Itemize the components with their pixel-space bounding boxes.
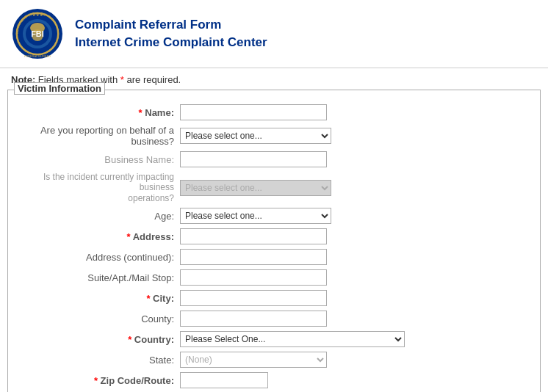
business-reporting-select[interactable]: Please select one... Yes No xyxy=(180,128,331,144)
age-label: Age: xyxy=(15,206,177,226)
business-reporting-row: Are you reporting on behalf of a busines… xyxy=(15,123,533,149)
country-label: * Country: xyxy=(15,329,177,349)
name-input[interactable] xyxy=(180,104,327,120)
address-continued-label: Address (continued): xyxy=(15,247,177,267)
business-reporting-label: Are you reporting on behalf of a busines… xyxy=(15,123,177,149)
address-input[interactable] xyxy=(180,228,327,244)
fbi-logo: ★ ★ ★ FEDERAL BUREAU FBI DEPARTMENT OF J… xyxy=(11,7,64,60)
county-row: County: xyxy=(15,308,533,329)
zip-row: * Zip Code/Route: xyxy=(15,370,533,391)
city-input[interactable] xyxy=(180,290,327,306)
suite-input[interactable] xyxy=(180,269,327,286)
svg-text:FEDERAL BUREAU: FEDERAL BUREAU xyxy=(24,54,51,58)
age-select[interactable]: Please select one... Under 20 20-29 30-3… xyxy=(180,208,331,224)
victim-information-section: Victim Information * Name: Are you repor… xyxy=(7,90,541,392)
business-impacting-label: Is the incident currently impacting busi… xyxy=(15,170,177,206)
address-label: * Address: xyxy=(15,226,177,247)
address-continued-row: Address (continued): xyxy=(15,247,533,267)
age-row: Age: Please select one... Under 20 20-29… xyxy=(15,206,533,226)
zip-label: * Zip Code/Route: xyxy=(15,370,177,391)
county-input[interactable] xyxy=(180,311,327,327)
country-select[interactable]: Please Select One... United States Canad… xyxy=(180,331,405,347)
required-star-note: * xyxy=(120,74,124,85)
business-name-row: Business Name: xyxy=(15,149,533,170)
suite-label: Suite/Apt./Mail Stop: xyxy=(15,267,177,288)
state-label: State: xyxy=(15,349,177,370)
county-label: County: xyxy=(15,308,177,329)
name-row: * Name: xyxy=(15,102,533,123)
victim-legend: Victim Information xyxy=(14,82,105,95)
address-row: * Address: xyxy=(15,226,533,247)
country-row: * Country: Please Select One... United S… xyxy=(15,329,533,349)
page-header: ★ ★ ★ FEDERAL BUREAU FBI DEPARTMENT OF J… xyxy=(0,0,548,68)
business-name-label: Business Name: xyxy=(15,149,177,170)
state-select[interactable]: (None) ALAKAZAR CACOCTDE FLGA xyxy=(180,352,327,368)
name-label: * Name: xyxy=(15,102,177,123)
svg-text:FBI: FBI xyxy=(31,29,44,38)
city-row: * City: xyxy=(15,288,533,308)
business-impacting-row: Is the incident currently impacting busi… xyxy=(15,170,533,206)
header-title-block: Complaint Referral Form Internet Crime C… xyxy=(75,16,267,51)
address-continued-input[interactable] xyxy=(180,249,327,265)
header-title: Complaint Referral Form Internet Crime C… xyxy=(75,16,267,51)
victim-form-table: * Name: Are you reporting on behalf of a… xyxy=(15,102,533,392)
city-label: * City: xyxy=(15,288,177,308)
state-row: State: (None) ALAKAZAR CACOCTDE FLGA xyxy=(15,349,533,370)
business-name-input[interactable] xyxy=(180,151,327,167)
business-impacting-select[interactable]: Please select one... Yes No xyxy=(180,180,331,196)
zip-input[interactable] xyxy=(180,372,268,388)
suite-row: Suite/Apt./Mail Stop: xyxy=(15,267,533,288)
